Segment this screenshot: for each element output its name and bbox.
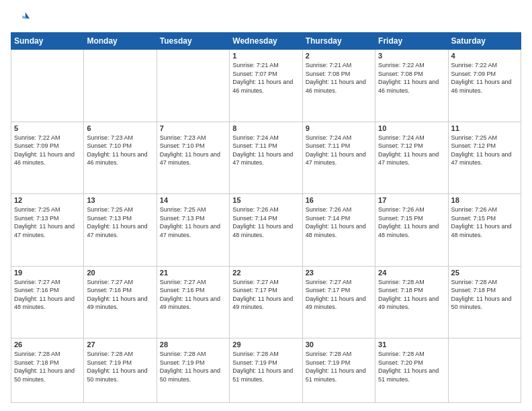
weekday-header-row: SundayMondayTuesdayWednesdayThursdayFrid… bbox=[11, 33, 521, 50]
day-info: Sunrise: 7:28 AMSunset: 7:19 PMDaylight:… bbox=[160, 350, 226, 383]
day-info: Sunrise: 7:24 AMSunset: 7:11 PMDaylight:… bbox=[306, 134, 372, 167]
calendar-cell: 27Sunrise: 7:28 AMSunset: 7:19 PMDayligh… bbox=[84, 338, 157, 403]
day-info: Sunrise: 7:22 AMSunset: 7:09 PMDaylight:… bbox=[14, 134, 81, 167]
day-info: Sunrise: 7:27 AMSunset: 7:16 PMDaylight:… bbox=[87, 278, 153, 312]
day-number: 15 bbox=[232, 196, 299, 204]
day-number: 5 bbox=[14, 124, 81, 132]
day-number: 30 bbox=[306, 340, 372, 349]
logo bbox=[11, 8, 32, 27]
day-number: 20 bbox=[87, 269, 153, 277]
calendar-cell bbox=[84, 50, 157, 122]
day-info: Sunrise: 7:22 AMSunset: 7:09 PMDaylight:… bbox=[451, 61, 518, 95]
day-number: 22 bbox=[232, 269, 299, 277]
day-number: 6 bbox=[87, 124, 153, 132]
day-info: Sunrise: 7:27 AMSunset: 7:17 PMDaylight:… bbox=[306, 278, 372, 312]
day-info: Sunrise: 7:26 AMSunset: 7:15 PMDaylight:… bbox=[451, 205, 518, 239]
day-info: Sunrise: 7:28 AMSunset: 7:19 PMDaylight:… bbox=[306, 350, 372, 383]
day-info: Sunrise: 7:27 AMSunset: 7:16 PMDaylight:… bbox=[14, 278, 81, 312]
day-info: Sunrise: 7:24 AMSunset: 7:11 PMDaylight:… bbox=[232, 134, 299, 167]
day-number: 25 bbox=[451, 269, 518, 277]
day-number: 26 bbox=[14, 340, 81, 349]
weekday-header-monday: Monday bbox=[84, 33, 157, 50]
calendar-cell: 13Sunrise: 7:25 AMSunset: 7:13 PMDayligh… bbox=[84, 194, 157, 267]
calendar-cell: 19Sunrise: 7:27 AMSunset: 7:16 PMDayligh… bbox=[11, 266, 84, 338]
calendar-cell: 10Sunrise: 7:24 AMSunset: 7:12 PMDayligh… bbox=[375, 122, 448, 194]
calendar-cell: 14Sunrise: 7:25 AMSunset: 7:13 PMDayligh… bbox=[157, 194, 229, 267]
calendar-cell: 29Sunrise: 7:28 AMSunset: 7:19 PMDayligh… bbox=[230, 338, 302, 403]
day-number: 17 bbox=[378, 196, 445, 204]
day-number: 29 bbox=[232, 340, 299, 349]
week-row-4: 19Sunrise: 7:27 AMSunset: 7:16 PMDayligh… bbox=[11, 266, 521, 338]
calendar-cell: 16Sunrise: 7:26 AMSunset: 7:14 PMDayligh… bbox=[302, 194, 375, 267]
day-info: Sunrise: 7:27 AMSunset: 7:16 PMDaylight:… bbox=[160, 278, 226, 312]
calendar-cell: 21Sunrise: 7:27 AMSunset: 7:16 PMDayligh… bbox=[157, 266, 229, 338]
calendar-cell: 15Sunrise: 7:26 AMSunset: 7:14 PMDayligh… bbox=[230, 194, 302, 267]
day-number: 14 bbox=[160, 196, 226, 204]
day-number: 28 bbox=[160, 340, 226, 349]
calendar-cell: 30Sunrise: 7:28 AMSunset: 7:19 PMDayligh… bbox=[302, 338, 375, 403]
day-number: 10 bbox=[378, 124, 445, 132]
day-number: 19 bbox=[14, 269, 81, 277]
day-info: Sunrise: 7:28 AMSunset: 7:18 PMDaylight:… bbox=[378, 278, 445, 312]
calendar-cell: 1Sunrise: 7:21 AMSunset: 7:07 PMDaylight… bbox=[230, 50, 302, 122]
calendar-cell: 7Sunrise: 7:23 AMSunset: 7:10 PMDaylight… bbox=[157, 122, 229, 194]
calendar-cell: 20Sunrise: 7:27 AMSunset: 7:16 PMDayligh… bbox=[84, 266, 157, 338]
calendar-cell: 8Sunrise: 7:24 AMSunset: 7:11 PMDaylight… bbox=[230, 122, 302, 194]
day-number: 9 bbox=[306, 124, 372, 132]
calendar-cell: 23Sunrise: 7:27 AMSunset: 7:17 PMDayligh… bbox=[302, 266, 375, 338]
day-number: 13 bbox=[87, 196, 153, 204]
day-number: 16 bbox=[306, 196, 372, 204]
day-number: 1 bbox=[232, 52, 299, 60]
weekday-header-thursday: Thursday bbox=[302, 33, 375, 50]
calendar-cell: 3Sunrise: 7:22 AMSunset: 7:08 PMDaylight… bbox=[375, 50, 448, 122]
day-number: 24 bbox=[378, 269, 445, 277]
calendar-cell: 12Sunrise: 7:25 AMSunset: 7:13 PMDayligh… bbox=[11, 194, 84, 267]
day-number: 8 bbox=[232, 124, 299, 132]
day-number: 11 bbox=[451, 124, 518, 132]
day-info: Sunrise: 7:25 AMSunset: 7:13 PMDaylight:… bbox=[14, 205, 81, 239]
calendar-cell: 11Sunrise: 7:25 AMSunset: 7:12 PMDayligh… bbox=[448, 122, 521, 194]
day-info: Sunrise: 7:26 AMSunset: 7:15 PMDaylight:… bbox=[378, 205, 445, 239]
calendar-cell: 24Sunrise: 7:28 AMSunset: 7:18 PMDayligh… bbox=[375, 266, 448, 338]
day-info: Sunrise: 7:25 AMSunset: 7:13 PMDaylight:… bbox=[87, 205, 153, 239]
logo-icon bbox=[11, 8, 30, 27]
day-number: 2 bbox=[306, 52, 372, 60]
calendar-cell bbox=[157, 50, 229, 122]
calendar-cell: 9Sunrise: 7:24 AMSunset: 7:11 PMDaylight… bbox=[302, 122, 375, 194]
day-number: 31 bbox=[378, 340, 445, 349]
day-info: Sunrise: 7:24 AMSunset: 7:12 PMDaylight:… bbox=[378, 134, 445, 167]
calendar-cell: 25Sunrise: 7:28 AMSunset: 7:18 PMDayligh… bbox=[448, 266, 521, 338]
calendar-cell: 5Sunrise: 7:22 AMSunset: 7:09 PMDaylight… bbox=[11, 122, 84, 194]
day-number: 23 bbox=[306, 269, 372, 277]
day-info: Sunrise: 7:27 AMSunset: 7:17 PMDaylight:… bbox=[232, 278, 299, 312]
calendar-cell: 6Sunrise: 7:23 AMSunset: 7:10 PMDaylight… bbox=[84, 122, 157, 194]
calendar-cell: 2Sunrise: 7:21 AMSunset: 7:08 PMDaylight… bbox=[302, 50, 375, 122]
day-info: Sunrise: 7:25 AMSunset: 7:12 PMDaylight:… bbox=[451, 134, 518, 167]
weekday-header-tuesday: Tuesday bbox=[157, 33, 229, 50]
day-info: Sunrise: 7:21 AMSunset: 7:07 PMDaylight:… bbox=[232, 61, 299, 95]
day-number: 18 bbox=[451, 196, 518, 204]
day-number: 3 bbox=[378, 52, 445, 60]
day-info: Sunrise: 7:26 AMSunset: 7:14 PMDaylight:… bbox=[232, 205, 299, 239]
calendar-table: SundayMondayTuesdayWednesdayThursdayFrid… bbox=[11, 32, 521, 403]
day-number: 7 bbox=[160, 124, 226, 132]
day-info: Sunrise: 7:23 AMSunset: 7:10 PMDaylight:… bbox=[160, 134, 226, 167]
page: SundayMondayTuesdayWednesdayThursdayFrid… bbox=[0, 0, 532, 411]
calendar-cell bbox=[448, 338, 521, 403]
day-info: Sunrise: 7:28 AMSunset: 7:18 PMDaylight:… bbox=[451, 278, 518, 312]
week-row-5: 26Sunrise: 7:28 AMSunset: 7:18 PMDayligh… bbox=[11, 338, 521, 403]
calendar-cell: 4Sunrise: 7:22 AMSunset: 7:09 PMDaylight… bbox=[448, 50, 521, 122]
day-number: 21 bbox=[160, 269, 226, 277]
weekday-header-friday: Friday bbox=[375, 33, 448, 50]
weekday-header-sunday: Sunday bbox=[11, 33, 84, 50]
day-info: Sunrise: 7:28 AMSunset: 7:18 PMDaylight:… bbox=[14, 350, 81, 383]
calendar-cell: 22Sunrise: 7:27 AMSunset: 7:17 PMDayligh… bbox=[230, 266, 302, 338]
calendar-cell: 26Sunrise: 7:28 AMSunset: 7:18 PMDayligh… bbox=[11, 338, 84, 403]
calendar-cell: 31Sunrise: 7:28 AMSunset: 7:20 PMDayligh… bbox=[375, 338, 448, 403]
day-info: Sunrise: 7:28 AMSunset: 7:19 PMDaylight:… bbox=[232, 350, 299, 383]
day-info: Sunrise: 7:25 AMSunset: 7:13 PMDaylight:… bbox=[160, 205, 226, 239]
day-number: 4 bbox=[451, 52, 518, 60]
day-info: Sunrise: 7:28 AMSunset: 7:20 PMDaylight:… bbox=[378, 350, 445, 383]
weekday-header-wednesday: Wednesday bbox=[230, 33, 302, 50]
day-info: Sunrise: 7:22 AMSunset: 7:08 PMDaylight:… bbox=[378, 61, 445, 95]
